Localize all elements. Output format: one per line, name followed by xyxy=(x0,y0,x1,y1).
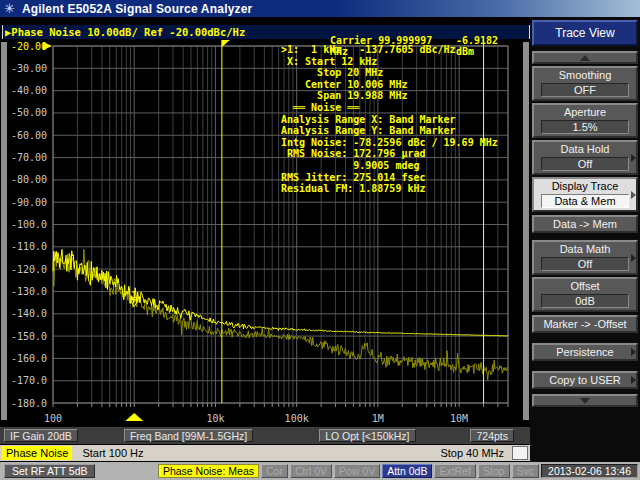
y-axis-label: -130.0 xyxy=(11,286,47,297)
softkey-label: Copy to USER xyxy=(534,373,636,387)
softkey-list: SmoothingOFFAperture1.5%Data HoldOffDisp… xyxy=(530,64,640,389)
y-axis-label: -170.0 xyxy=(11,375,47,386)
y-axis-label: -90.00 xyxy=(11,197,47,208)
hardware-status-row: IF Gain 20dBFreq Band [99M-1.5GHz]LO Opt… xyxy=(0,427,530,444)
indicator-extref: ExtRef xyxy=(434,464,476,478)
y-axis-label: -60.00 xyxy=(11,130,47,141)
indicator-cor: Cor xyxy=(261,464,288,478)
y-axis-label: -80.00 xyxy=(11,174,47,185)
indicator-pow-0v: Pow 0V xyxy=(334,464,380,478)
submenu-arrow-icon xyxy=(631,254,636,262)
softkey-scroll-down[interactable] xyxy=(532,394,638,407)
softkey-panel: Trace View SmoothingOFFAperture1.5%Data … xyxy=(530,17,640,462)
softkey-value: 1.5% xyxy=(541,120,629,134)
y-axis-label: -100.0 xyxy=(11,219,47,230)
chevron-down-icon xyxy=(580,398,590,404)
y-axis-label: -160.0 xyxy=(11,353,47,364)
softkey-copy-to-user[interactable]: Copy to USER xyxy=(532,371,638,389)
softkey-label: Offset xyxy=(534,279,636,293)
sweep-start-label: Start 100 Hz xyxy=(82,447,143,459)
softkey-label: Aperture xyxy=(534,105,636,119)
softkey-marker-offset[interactable]: Marker -> -Offset xyxy=(532,315,638,333)
y-axis-label: -50.00 xyxy=(11,107,47,118)
softkey-value: Data & Mem xyxy=(541,194,629,208)
softkey-label: Data Math xyxy=(534,242,636,256)
softkey-label: Marker -> -Offset xyxy=(534,317,636,331)
x-axis-label: 100 xyxy=(44,413,62,424)
clock: 2013-02-06 13:46 xyxy=(541,464,638,478)
sweep-progress-box xyxy=(512,446,528,460)
submenu-arrow-icon xyxy=(631,348,636,356)
indicator-stop: Stop xyxy=(478,464,510,478)
x-axis-label: 10k xyxy=(206,413,224,424)
instrument-status-bar: Set RF ATT 5dB Phase Noise: MeasCorCtrl … xyxy=(0,462,640,480)
x-axis-label: 1M xyxy=(372,413,384,424)
status-724pts: 724pts xyxy=(470,429,514,442)
y-axis-label: -180.0 xyxy=(11,398,47,409)
agilent-logo-icon: ✳ xyxy=(4,2,15,15)
softkey-label: Display Trace xyxy=(534,179,636,193)
y-axis-label: -30.00 xyxy=(11,63,47,74)
sweep-status-row: Phase Noise Start 100 Hz Stop 40 MHz xyxy=(0,445,530,461)
x-axis-label: 100k xyxy=(285,413,309,424)
marker-analysis-readout: >1: 1 kHz -137.7605 dBc/Hz X: Start 12 k… xyxy=(281,44,498,195)
y-axis-label: -120.0 xyxy=(11,264,47,275)
y-axis-label: -20.00 xyxy=(11,41,47,52)
softkey-smoothing[interactable]: SmoothingOFF xyxy=(532,66,638,101)
softkey-persistence[interactable]: Persistence xyxy=(532,343,638,361)
y-axis-label: -40.00 xyxy=(11,85,47,96)
y-axis-label: -150.0 xyxy=(11,331,47,342)
submenu-arrow-icon xyxy=(631,191,636,199)
sweep-stop-label: Stop 40 MHz xyxy=(440,447,504,459)
status-lo-opt-150khz: LO Opt [<150kHz] xyxy=(319,429,415,442)
measurement-screen: ▶Phase Noise 10.00dB/ Ref -20.00dBc/Hz -… xyxy=(0,17,530,462)
set-rf-att-button[interactable]: Set RF ATT 5dB xyxy=(4,464,95,478)
softkey-aperture[interactable]: Aperture1.5% xyxy=(532,103,638,138)
softkey-label: Smoothing xyxy=(534,68,636,82)
marker-position-triangle-icon[interactable] xyxy=(125,413,143,421)
trace-marker-number: 1 xyxy=(132,290,137,300)
trace-legend-text: Phase Noise 10.00dB/ Ref -20.00dBc/Hz xyxy=(11,26,245,38)
ref-level-marker-icon[interactable] xyxy=(43,42,52,50)
softkey-offset[interactable]: Offset0dB xyxy=(532,277,638,312)
softkey-data-hold[interactable]: Data HoldOff xyxy=(532,140,638,175)
indicator-ctrl-0v: Ctrl 0V xyxy=(290,464,332,478)
x-axis-label: 10M xyxy=(450,413,468,424)
app-title: Agilent E5052A Signal Source Analyzer xyxy=(22,2,253,16)
softkey-value: OFF xyxy=(541,83,629,97)
softkey-scroll-up[interactable] xyxy=(532,51,638,64)
softkey-value: Off xyxy=(541,257,629,271)
indicator-svc: Svc xyxy=(512,464,540,478)
softkey-label: Persistence xyxy=(534,345,636,359)
chevron-up-icon xyxy=(580,55,590,61)
softkey-value: 0dB xyxy=(541,294,629,308)
y-axis-label: -110.0 xyxy=(11,241,47,252)
submenu-arrow-icon xyxy=(631,154,636,162)
title-bar: ✳ Agilent E5052A Signal Source Analyzer xyxy=(0,0,640,17)
indicator-group: Phase Noise: MeasCorCtrl 0VPow 0VAttn 0d… xyxy=(158,464,539,478)
softkey-label: Data -> Mem xyxy=(534,217,636,231)
softkey-label: Data Hold xyxy=(534,142,636,156)
measurement-mode-tab[interactable]: Phase Noise xyxy=(2,446,72,460)
y-axis-label: -140.0 xyxy=(11,308,47,319)
softkey-data-mem[interactable]: Data -> Mem xyxy=(532,215,638,233)
indicator-attn-0db: Attn 0dB xyxy=(382,464,432,478)
y-axis-label: -70.00 xyxy=(11,152,47,163)
softkey-data-math[interactable]: Data MathOff xyxy=(532,240,638,275)
softkey-display-trace[interactable]: Display TraceData & Mem xyxy=(532,177,638,212)
status-if-gain-20db: IF Gain 20dB xyxy=(4,429,78,442)
submenu-arrow-icon xyxy=(631,376,636,384)
status-freq-band-99m-1-5ghz: Freq Band [99M-1.5GHz] xyxy=(124,429,253,442)
softkey-menu-title[interactable]: Trace View xyxy=(532,20,638,46)
indicator-phase-noise-meas: Phase Noise: Meas xyxy=(158,464,259,478)
softkey-value: Off xyxy=(541,157,629,171)
